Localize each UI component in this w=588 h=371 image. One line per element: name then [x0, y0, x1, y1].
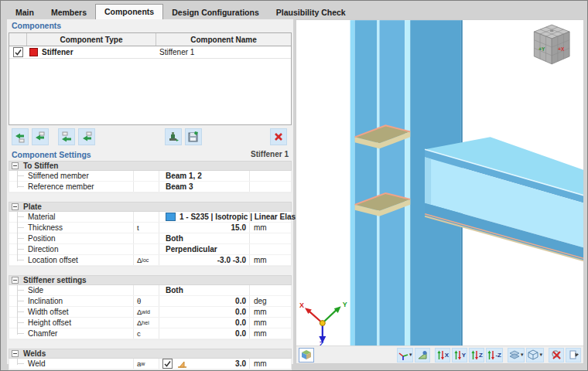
property-row-material[interactable]: Material 1 - S235 | Isotropic | Linear E…: [9, 212, 291, 223]
property-label: Location offset: [9, 255, 133, 265]
section-header[interactable]: Welds: [9, 349, 292, 359]
collapse-icon[interactable]: [12, 350, 19, 357]
view-x-button[interactable]: X: [435, 348, 450, 362]
save-template-button[interactable]: [185, 128, 202, 145]
property-label: Material: [9, 212, 133, 222]
tab-members[interactable]: Members: [43, 5, 95, 19]
work-plane-button[interactable]: ▾: [508, 348, 525, 362]
property-row[interactable]: Thickness t 15.0 mm: [9, 223, 291, 233]
property-symbol: [133, 233, 159, 243]
section-title: Plate: [23, 203, 42, 211]
3d-scene[interactable]: +Y +X X Y Z: [296, 20, 583, 348]
property-row[interactable]: Direction Perpendicular: [9, 244, 291, 255]
property-label: Direction: [9, 244, 133, 254]
property-row[interactable]: Position Both: [9, 233, 291, 244]
row-checkbox[interactable]: [13, 47, 23, 57]
coordinate-system-button[interactable]: ▾: [397, 348, 414, 362]
insert-component-button-d[interactable]: [78, 128, 95, 145]
section-header[interactable]: Stiffener settings: [9, 275, 292, 285]
property-row-weld[interactable]: Weld aw 3.0 mm: [9, 359, 291, 369]
property-value[interactable]: Beam 3: [159, 182, 249, 192]
property-unit: [249, 244, 291, 254]
property-row[interactable]: Inclination θ 0.0 deg: [9, 296, 291, 307]
property-row[interactable]: Stiffened member Beam 1, 2: [9, 171, 291, 182]
cancel-view-button[interactable]: [549, 348, 564, 362]
collapse-icon[interactable]: [12, 203, 19, 210]
tab-plausibility-check[interactable]: Plausibility Check: [268, 5, 354, 19]
components-table: Component Type Component Name Stiffener …: [9, 32, 292, 125]
component-name[interactable]: Stiffener 1: [155, 48, 291, 56]
arrows-icon: [437, 350, 444, 360]
arrows-icon: [471, 350, 478, 360]
insert-component-button-b[interactable]: [32, 128, 49, 145]
tab-components[interactable]: Components: [95, 4, 163, 19]
weld-checkbox[interactable]: [162, 359, 173, 369]
property-value[interactable]: Both: [159, 233, 249, 243]
view-minus-z-button[interactable]: -Z: [486, 348, 503, 362]
view-axis-label: Y: [462, 352, 466, 359]
settings-title: Component Settings: [12, 150, 91, 159]
isometric-view-button[interactable]: [415, 348, 430, 362]
delete-component-button[interactable]: [270, 128, 287, 145]
property-label: Reference member: [9, 182, 133, 192]
bounding-box-button[interactable]: ▾: [526, 348, 544, 362]
property-row[interactable]: Reference member Beam 3: [9, 182, 291, 192]
property-value[interactable]: Beam 1, 2: [159, 171, 249, 181]
axis-x-label: X: [299, 301, 304, 309]
axis-y-label: Y: [343, 301, 347, 308]
delete-icon: [273, 131, 284, 142]
toggle-panel-button[interactable]: [566, 348, 581, 362]
table-row[interactable]: Stiffener Stiffener 1: [9, 46, 291, 59]
property-unit: mm: [249, 223, 291, 233]
view-axis-label: X: [445, 352, 449, 359]
property-symbol: [133, 212, 159, 222]
check-icon: [164, 360, 171, 367]
planes-icon: [509, 350, 520, 360]
navigation-cube[interactable]: +Y +X: [534, 25, 569, 64]
property-unit: mm: [249, 255, 291, 265]
collapse-icon[interactable]: [12, 277, 19, 284]
property-value[interactable]: 15.0: [159, 223, 249, 233]
table-header-type[interactable]: Component Type: [27, 33, 156, 46]
view-z-button[interactable]: Z: [469, 348, 484, 362]
property-row[interactable]: Side Both: [9, 285, 291, 296]
property-value[interactable]: 0.0: [159, 307, 249, 317]
arrows-icon: [454, 350, 461, 360]
stamp-button[interactable]: [165, 128, 182, 145]
view-axis-label: -Z: [495, 352, 501, 359]
property-symbol: [133, 171, 159, 181]
render-mode-button[interactable]: [299, 348, 314, 362]
insert-component-button-c[interactable]: [58, 128, 75, 145]
property-row[interactable]: Height offset Δhei 0.0 mm: [9, 318, 291, 328]
section-header[interactable]: Plate: [9, 202, 292, 212]
property-symbol: [133, 285, 159, 295]
property-value[interactable]: 0.0: [159, 328, 249, 339]
property-row[interactable]: Chamfer c 0.0 mm: [9, 328, 291, 339]
property-unit: mm: [249, 307, 291, 317]
section-header[interactable]: To Stiffen: [9, 161, 292, 171]
tab-main[interactable]: Main: [7, 5, 43, 19]
property-unit: mm: [249, 359, 291, 369]
property-value[interactable]: 0.0: [159, 318, 249, 328]
table-header-name[interactable]: Component Name: [156, 33, 291, 46]
panel-arrow-icon: [568, 349, 579, 360]
3d-viewport[interactable]: +Y +X X Y Z ▾ X Y Z: [296, 19, 584, 364]
property-row[interactable]: Location offset Δloc -3.0 -3.0 mm: [9, 255, 291, 266]
property-row[interactable]: Width offset Δwid 0.0 mm: [9, 307, 291, 318]
components-toolbar: [7, 125, 293, 148]
property-symbol: aw: [133, 359, 159, 369]
view-y-button[interactable]: Y: [452, 348, 467, 362]
property-value[interactable]: 3.0: [235, 359, 246, 368]
insert-component-button-a[interactable]: [12, 128, 29, 145]
collapse-icon[interactable]: [12, 162, 19, 169]
property-unit: [249, 285, 291, 295]
cube-face-y-label: +Y: [538, 46, 545, 52]
property-value[interactable]: -3.0 -3.0: [159, 255, 249, 265]
property-value[interactable]: Both: [159, 285, 249, 295]
tab-design-configurations[interactable]: Design Configurations: [163, 5, 268, 19]
property-value[interactable]: 0.0: [159, 296, 249, 306]
property-value[interactable]: Perpendicular: [159, 244, 249, 254]
property-symbol: c: [133, 328, 159, 339]
section-title: Welds: [23, 349, 46, 358]
check-icon: [15, 49, 22, 56]
